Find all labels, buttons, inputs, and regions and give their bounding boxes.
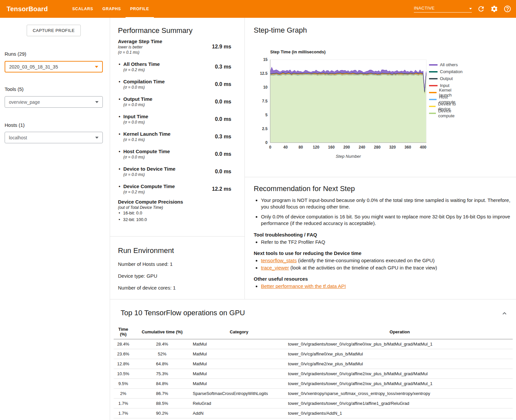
legend-label: Device compute: [438, 108, 463, 118]
run-environment-section: Run Environment Number of Hosts used: 1D…: [110, 237, 244, 291]
tool-link-bullet: tensorflow_stats (identify the time-cons…: [261, 257, 516, 264]
table-row: 23.6%52%MatMultower_0/v/cg/affine0/xw_pl…: [114, 349, 513, 359]
metric-label: All Others Time: [123, 61, 160, 67]
collapse-chevron-up-icon[interactable]: [502, 311, 507, 317]
metric-label-stack: Host Compute Time(σ = 0.0 ms): [123, 149, 170, 159]
cumulative-cell: 28.4%: [133, 339, 191, 349]
metric-label: Device to Device Time: [123, 166, 175, 172]
operation-cell: tower_0/v/gradients/tower_0/v/cg/affine2…: [287, 369, 513, 379]
metric-label-stack: Device Compute Time(σ = 0.2 ms): [123, 183, 175, 194]
chevron-down-icon: [95, 101, 99, 103]
svg-text:360: 360: [405, 145, 411, 150]
legend-swatch-icon: [429, 71, 438, 72]
cumulative-cell: 88.5%: [133, 399, 191, 408]
category-cell: ApplyGradientDescent: [191, 418, 287, 420]
metric-sigma: (σ = 0.0 ms): [123, 85, 165, 90]
legend-swatch-icon: [429, 92, 437, 93]
legend-swatch-icon: [429, 78, 438, 79]
metric-label: Input Time: [123, 114, 148, 119]
step-time-graph-section: Step-time Graph Step Time (in millisecon…: [245, 18, 516, 177]
cumulative-cell: 90.2%: [133, 408, 191, 418]
metric-label-group: •Kernel Launch Time(σ = 0.1 ms): [118, 131, 170, 142]
tab-profile[interactable]: PROFILE: [126, 0, 154, 18]
recommendation-title: Recommendation for Next Step: [254, 184, 516, 193]
bullet-icon: •: [119, 183, 120, 189]
resources-list: Better performance with the tf.data API: [254, 283, 516, 289]
chevron-down-icon: [95, 137, 99, 139]
legend-item: Compilation: [429, 68, 463, 75]
bullet-icon: •: [119, 61, 120, 67]
chevron-down-icon: [95, 66, 98, 68]
tools-select-value: overview_page: [9, 99, 40, 105]
top-ops-section: Top 10 TensorFlow operations on GPU Time…: [110, 299, 516, 420]
category-cell: AddN: [191, 408, 287, 418]
category-cell: MatMul: [191, 349, 287, 359]
svg-text:Step Number: Step Number: [336, 154, 361, 159]
precision-item: •16-bit: 0.0: [118, 210, 244, 216]
time-cell: 2%: [114, 389, 133, 399]
table-row: 1.7%91.9%ApplyGradientDescentappend_appl…: [114, 418, 513, 420]
right-column: Step-time Graph Step Time (in millisecon…: [245, 18, 516, 299]
metric-label: Kernel Launch Time: [123, 131, 170, 137]
help-icon[interactable]: [503, 5, 511, 13]
bullet-icon: •: [119, 114, 120, 120]
legend-label: Compilation: [440, 69, 463, 74]
time-cell: 12.8%: [114, 359, 133, 369]
cumulative-cell: 91.9%: [133, 418, 191, 420]
legend-item: All others: [429, 61, 463, 68]
tab-graphs[interactable]: GRAPHS: [98, 0, 126, 18]
table-row: 10.5%75.3%MatMultower_0/v/gradients/towe…: [114, 369, 513, 379]
table-row: 28.4%28.4%MatMultower_0/v/gradients/towe…: [114, 339, 513, 349]
step-time-chart: Step Time (in milliseconds) 02.557.51012…: [254, 49, 432, 160]
metric-label: Compilation Time: [123, 79, 165, 84]
col-header-cumulative: Cumulative time (%): [133, 325, 191, 339]
recommendation-bullet: Only 0.0% of device computation is 16 bi…: [261, 213, 516, 227]
top-ops-title: Top 10 TensorFlow operations on GPU: [121, 309, 516, 317]
hosts-select[interactable]: localhost: [5, 132, 103, 143]
metric-value: 12.9 ms: [212, 44, 231, 50]
reload-icon[interactable]: [477, 5, 485, 13]
faq-heading: Tool troubleshooting / FAQ: [254, 232, 516, 238]
tools-select[interactable]: overview_page: [5, 96, 103, 108]
col-header-category: Category: [191, 325, 287, 339]
recommendation-section: Recommendation for Next Step Your progra…: [245, 177, 516, 289]
operation-cell: tower_0/v/cg/affine2/xw_plus_b/MatMul: [287, 359, 513, 369]
precision-item: •32-bit: 100.0: [118, 216, 244, 223]
time-cell: 10.5%: [114, 369, 133, 379]
tab-scalars[interactable]: SCALARS: [68, 0, 98, 18]
chart-legend: All othersCompilationOutputInputKernel l…: [429, 61, 463, 117]
operation-cell: tower_0/v/gradients/tower_0/v/cg/affine2…: [287, 379, 513, 389]
svg-text:0: 0: [269, 145, 272, 150]
metric-label-group: •Output Time(σ = 0.0 ms): [118, 96, 152, 107]
trace-viewer-link[interactable]: trace_viewer: [261, 265, 289, 270]
metric-value: 0.0 ms: [215, 81, 231, 87]
bullet-icon: •: [119, 131, 120, 137]
table-row: 1.7%88.5%ReluGradtower_0/v/gradients/tow…: [114, 399, 513, 408]
tensorflow-stats-link[interactable]: tensorflow_stats: [261, 258, 297, 263]
metric-label-stack: Device to Device Time(σ = 0.0 ms): [123, 166, 175, 177]
performance-summary-column: Performance Summary Average Step Time lo…: [110, 18, 245, 299]
runs-select[interactable]: 2020_03_05_18_31_35: [5, 61, 103, 72]
metric-sigma: (σ = 0.2 ms): [123, 190, 175, 194]
svg-text:0: 0: [265, 140, 268, 145]
app-header: TensorBoard SCALARS GRAPHS PROFILE INACT…: [0, 0, 516, 18]
precisions-title: Device Compute Precisions: [118, 199, 244, 205]
hosts-select-value: localhost: [9, 135, 27, 140]
metric-sigma: (σ = 0.0 ms): [123, 102, 152, 107]
legend-item: Device compute: [429, 110, 463, 117]
svg-text:320: 320: [389, 145, 396, 150]
summary-metric-row: •Kernel Launch Time(σ = 0.1 ms)0.3 ms: [118, 128, 244, 145]
metric-label-stack: Compilation Time(σ = 0.0 ms): [123, 79, 165, 90]
summary-metric-row: •Compilation Time(σ = 0.0 ms)0.0 ms: [118, 75, 244, 93]
capture-profile-button[interactable]: CAPTURE PROFILE: [27, 25, 81, 36]
settings-gear-icon[interactable]: [490, 5, 498, 13]
environment-line: Number of Hosts used: 1: [118, 261, 244, 267]
metric-sigma: (σ = 0.0 ms): [123, 172, 175, 177]
runs-label: Runs (29): [5, 51, 26, 57]
metric-label: Output Time: [123, 96, 152, 102]
metric-label-group: •Input Time(σ = 0.0 ms): [118, 114, 148, 125]
status-dropdown[interactable]: INACTIVE: [414, 6, 472, 13]
metric-label-group: •All Others Time(σ = 0.2 ms): [118, 61, 160, 72]
tf-data-performance-link[interactable]: Better performance with the tf.data API: [261, 283, 346, 289]
environment-line: Number of device cores: 1: [118, 285, 244, 291]
